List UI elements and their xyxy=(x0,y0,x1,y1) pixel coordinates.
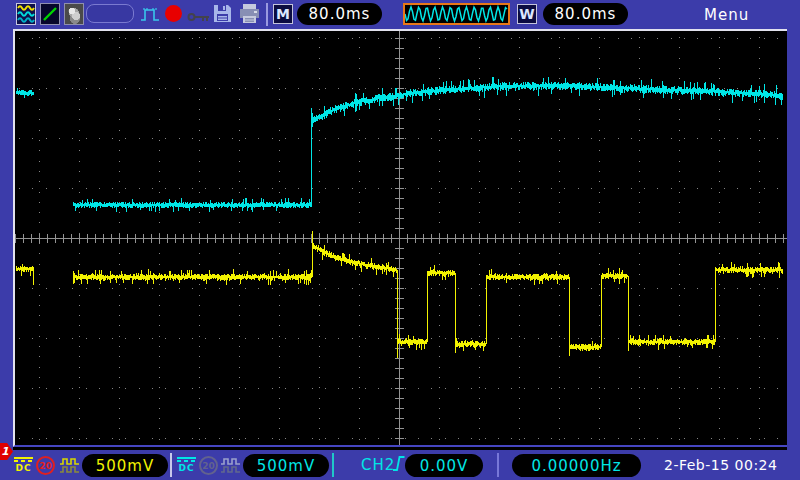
window-timebase-label: W xyxy=(517,4,537,24)
oscilloscope-screen: M 80.0ms W 80.0ms Menu 1 DC xyxy=(0,0,800,480)
main-timebase-label: M xyxy=(273,4,293,24)
waveform-display xyxy=(13,29,787,447)
empty-slot xyxy=(86,4,134,23)
statusbar-separator-3 xyxy=(497,453,499,477)
trigger-level-value: 0.00V xyxy=(420,457,469,475)
trigger-source-value: CH2 xyxy=(361,456,395,474)
ch1-volts-div-value: 500mV xyxy=(96,457,155,475)
image-thumb-icon xyxy=(64,3,84,25)
zoom-window-preview xyxy=(403,3,510,25)
ch2-bw-value: 20 xyxy=(202,461,215,471)
toolbar-separator xyxy=(266,3,268,26)
trigger-source-label[interactable]: CH2 xyxy=(361,456,395,474)
statusbar-separator-1 xyxy=(170,453,172,477)
printer-icon[interactable] xyxy=(238,3,261,24)
ch1-volts-div-readout: 500mV xyxy=(82,454,168,477)
ch1-invert-icon[interactable] xyxy=(59,457,80,474)
green-line-icon xyxy=(40,3,60,25)
ch1-coupling-icon[interactable]: DC xyxy=(13,457,34,473)
rising-edge-icon xyxy=(392,452,406,474)
preview-waveform xyxy=(405,7,507,21)
w-letter: W xyxy=(519,6,534,22)
pulse-icon[interactable] xyxy=(139,4,161,24)
ch2-volts-div-value: 500mV xyxy=(257,457,316,475)
key-icon[interactable] xyxy=(187,8,211,20)
menu-button[interactable]: Menu xyxy=(704,6,749,24)
ch1-dc-dashed-line xyxy=(14,460,33,462)
save-floppy-icon[interactable] xyxy=(212,3,233,24)
ch1-bandwidth-limit-icon[interactable]: 20 xyxy=(36,456,55,475)
ch2-volts-div-readout: 500mV xyxy=(243,454,329,477)
ch1-dc-solid-line xyxy=(14,457,33,459)
ch2-coupling-label: DC xyxy=(178,463,194,473)
m-letter: M xyxy=(276,6,290,22)
ch1-marker-label: 1 xyxy=(1,445,9,458)
main-timebase-value: 80.0ms xyxy=(309,5,371,23)
waveform-canvas xyxy=(15,31,787,445)
window-timebase-readout: 80.0ms xyxy=(543,3,628,25)
datetime-value: 2-Feb-15 00:24 xyxy=(664,457,777,473)
ch2-dc-solid-line xyxy=(177,457,196,459)
statusbar-separator-2 xyxy=(332,453,334,477)
window-timebase-value: 80.0ms xyxy=(555,5,617,23)
ch2-invert-icon[interactable] xyxy=(220,457,241,474)
channel-waves-icon xyxy=(16,3,36,25)
datetime-label: 2-Feb-15 00:24 xyxy=(664,457,777,473)
toolbar: M 80.0ms W 80.0ms Menu xyxy=(0,0,800,29)
status-bar: DC 20 500mV DC 20 xyxy=(0,450,800,480)
ch2-dc-dashed-line xyxy=(177,460,196,462)
ch1-coupling-label: DC xyxy=(15,463,31,473)
ch2-bandwidth-limit-icon[interactable]: 20 xyxy=(199,456,218,475)
ch1-bw-value: 20 xyxy=(39,461,52,471)
frequency-value: 0.00000Hz xyxy=(531,457,621,475)
main-timebase-readout: 80.0ms xyxy=(297,3,382,25)
menu-button-label: Menu xyxy=(704,6,749,24)
frequency-counter-readout: 0.00000Hz xyxy=(512,454,641,477)
ch2-coupling-icon[interactable]: DC xyxy=(176,457,197,473)
record-icon[interactable] xyxy=(165,5,182,22)
trigger-level-readout: 0.00V xyxy=(405,454,483,477)
